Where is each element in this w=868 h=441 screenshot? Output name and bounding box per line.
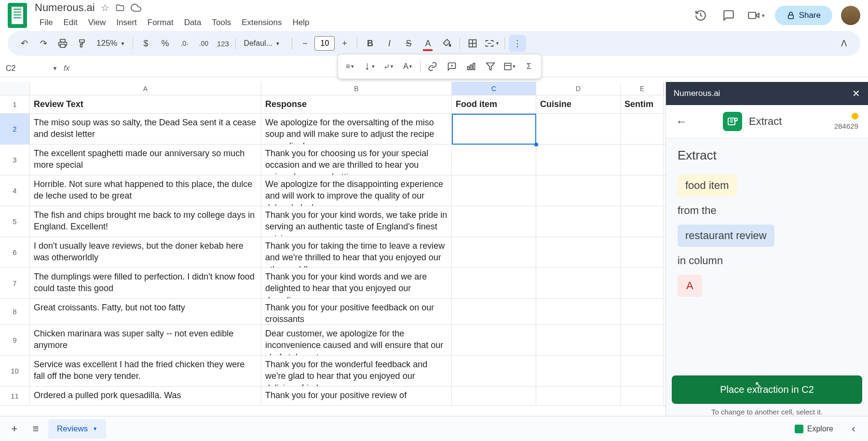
cell-A5[interactable]: The fish and chips brought me back to my…	[30, 206, 261, 237]
valign-button[interactable]: ⭣▼	[360, 57, 379, 76]
collapse-toolbar-button[interactable]: ᐱ	[835, 35, 853, 52]
cell-D11[interactable]	[536, 387, 621, 405]
fill-color-button[interactable]	[438, 35, 456, 52]
rotate-button[interactable]: A▼	[399, 57, 417, 76]
row-header-5[interactable]: 5	[0, 206, 30, 237]
cell-A3[interactable]: The excellent spaghetti made our anniver…	[30, 145, 261, 175]
cell-B5[interactable]: Thank you for your kind words, we take p…	[261, 206, 452, 237]
cell-B4[interactable]: We apologize for the disappointing exper…	[261, 175, 452, 206]
cell-B10[interactable]: Thank you for the wonderful feedback and…	[261, 356, 452, 386]
percent-button[interactable]: %	[156, 35, 174, 52]
link-button[interactable]	[423, 57, 442, 76]
row-header-8[interactable]: 8	[0, 299, 30, 324]
all-sheets-button[interactable]: ≡	[27, 420, 44, 438]
cell-B8[interactable]: Thank you for your positive feedback on …	[261, 299, 452, 324]
history-icon[interactable]	[691, 6, 710, 25]
cell-E1[interactable]: Sentim	[621, 95, 664, 113]
row-header-6[interactable]: 6	[0, 237, 30, 267]
cell-D1[interactable]: Cuisine	[536, 95, 621, 113]
cell-E9[interactable]	[621, 325, 664, 355]
menu-help[interactable]: Help	[287, 16, 314, 29]
bold-button[interactable]: B	[361, 35, 379, 52]
font-select[interactable]: Defaul...▼	[240, 39, 288, 48]
borders-button[interactable]	[464, 35, 481, 52]
paint-format-button[interactable]	[73, 35, 91, 52]
spreadsheet-grid[interactable]: A B C D E 1 Review Text Response Food it…	[0, 82, 665, 416]
star-icon[interactable]: ☆	[101, 2, 109, 13]
sheet-tab-reviews[interactable]: Reviews ▼	[48, 419, 106, 439]
column-header-A[interactable]: A	[30, 82, 261, 95]
menu-format[interactable]: Format	[143, 16, 178, 29]
cell-A1[interactable]: Review Text	[30, 95, 261, 113]
cell-E4[interactable]	[621, 175, 664, 206]
cell-E8[interactable]	[621, 299, 664, 324]
cell-D3[interactable]	[536, 145, 621, 175]
cell-C6[interactable]	[452, 237, 536, 267]
row-header-3[interactable]: 3	[0, 145, 30, 175]
cell-E10[interactable]	[621, 356, 664, 386]
wrap-button[interactable]: ⤶▼	[380, 57, 398, 76]
cell-D7[interactable]	[536, 268, 621, 298]
cell-B11[interactable]: Thank you for your positive review of	[261, 387, 452, 405]
column-header-E[interactable]: E	[621, 82, 664, 95]
cell-B9[interactable]: Dear customer, we apologize for the inco…	[261, 325, 452, 355]
redo-button[interactable]: ↷	[35, 35, 52, 52]
merge-button[interactable]: ▼	[483, 35, 501, 52]
row-header-11[interactable]: 11	[0, 387, 30, 405]
cell-D5[interactable]	[536, 206, 621, 237]
filter-views-button[interactable]: ▼	[501, 57, 519, 76]
cell-C5[interactable]	[452, 206, 536, 237]
row-header-1[interactable]: 1	[0, 95, 30, 113]
menu-insert[interactable]: Insert	[111, 16, 142, 29]
menu-tools[interactable]: Tools	[207, 16, 236, 29]
source-type-chip[interactable]: restaurant review	[678, 225, 774, 247]
cell-D4[interactable]	[536, 175, 621, 206]
cell-E7[interactable]	[621, 268, 664, 298]
fontsize-input[interactable]	[314, 36, 335, 51]
halign-button[interactable]: ≡▼	[341, 57, 359, 76]
explore-button[interactable]: Explore	[787, 421, 841, 437]
filter-button[interactable]	[481, 57, 500, 76]
decrease-decimal-button[interactable]: .0↓	[176, 35, 193, 52]
cell-E2[interactable]	[621, 114, 664, 144]
column-header-C[interactable]: C	[452, 82, 536, 95]
place-extraction-button[interactable]: Place extraction in C2 ↖	[672, 375, 862, 404]
cell-A2[interactable]: The miso soup was so salty, the Dead Sea…	[30, 114, 261, 144]
menu-file[interactable]: File	[35, 16, 57, 29]
share-button[interactable]: Share	[775, 6, 832, 25]
extract-target-chip[interactable]: food item	[678, 174, 737, 197]
cell-A4[interactable]: Horrible. Not sure what happened to this…	[30, 175, 261, 206]
cell-C3[interactable]	[452, 145, 536, 175]
increase-fontsize-button[interactable]: +	[336, 35, 353, 52]
active-cell-handle[interactable]	[534, 143, 538, 147]
cell-C11[interactable]	[452, 387, 536, 405]
cell-D2[interactable]	[536, 114, 621, 144]
back-icon[interactable]: ←	[676, 115, 687, 128]
cell-C9[interactable]	[452, 325, 536, 355]
cell-D9[interactable]	[536, 325, 621, 355]
cell-A6[interactable]: I don't usually leave reviews, but the d…	[30, 237, 261, 267]
cell-C4[interactable]	[452, 175, 536, 206]
menu-edit[interactable]: Edit	[58, 16, 82, 29]
document-title[interactable]: Numerous.ai	[35, 1, 95, 14]
cell-E5[interactable]	[621, 206, 664, 237]
sheet-tab-menu-icon[interactable]: ▼	[93, 426, 97, 431]
text-color-button[interactable]: A	[419, 35, 436, 52]
cell-A9[interactable]: Chicken marinara was super salty -- not …	[30, 325, 261, 355]
cell-C10[interactable]	[452, 356, 536, 386]
cell-B6[interactable]: Thank you for taking the time to leave a…	[261, 237, 452, 267]
user-avatar[interactable]	[841, 6, 860, 25]
cell-D10[interactable]	[536, 356, 621, 386]
cell-B3[interactable]: Thank you for choosing us for your speci…	[261, 145, 452, 175]
name-box-dropdown[interactable]: ▼	[52, 65, 58, 72]
decrease-fontsize-button[interactable]: −	[296, 35, 313, 52]
functions-button[interactable]: Σ	[520, 57, 538, 76]
strikethrough-button[interactable]: S	[400, 35, 417, 52]
more-toolbar-button[interactable]: ⋮	[509, 35, 526, 52]
row-header-7[interactable]: 7	[0, 268, 30, 298]
comment-button[interactable]	[443, 57, 461, 76]
name-box[interactable]	[4, 62, 52, 75]
cell-B2[interactable]: We apologize for the oversalting of the …	[261, 114, 452, 144]
print-button[interactable]	[54, 35, 71, 52]
column-header-D[interactable]: D	[536, 82, 621, 95]
